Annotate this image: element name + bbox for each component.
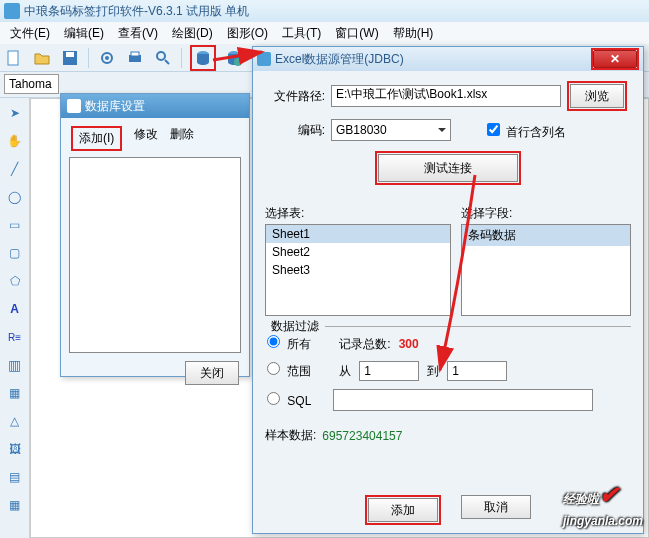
db-settings-dialog: 数据库设置 添加(I) 修改 删除 关闭 — [60, 93, 250, 377]
db-dialog-icon — [67, 99, 81, 113]
list-item[interactable]: 条码数据 — [462, 225, 630, 246]
test-connection-button[interactable]: 测试连接 — [378, 154, 518, 182]
field-listbox[interactable]: 条码数据 — [461, 224, 631, 316]
list-item[interactable]: Sheet2 — [266, 243, 450, 261]
gear-icon[interactable] — [97, 48, 117, 68]
add-button[interactable]: 添加 — [368, 498, 438, 522]
record-count-value: 300 — [399, 337, 419, 351]
record-count-label: 记录总数: — [339, 336, 390, 353]
excel-dialog-title: Excel数据源管理(JDBC) — [275, 51, 587, 68]
toolbar-separator — [181, 48, 182, 68]
pointer-tool-icon[interactable]: ➤ — [4, 102, 26, 124]
data-filter-group: 数据过滤 所有 记录总数: 300 范围 从 1 到 1 SQL — [265, 326, 631, 415]
from-label: 从 — [339, 363, 351, 380]
sample-value: 695723404157 — [322, 429, 402, 443]
excel-dialog-icon — [257, 52, 271, 66]
left-tool-palette: ➤ ✋ ╱ ◯ ▭ ▢ ⬠ A R≡ ▥ ▦ △ 🖼 ▤ ▦ — [0, 98, 30, 538]
database-refresh-icon[interactable] — [224, 48, 244, 68]
db-add-tab[interactable]: 添加(I) — [71, 126, 122, 151]
app-icon — [4, 3, 20, 19]
menu-file[interactable]: 文件(E) — [4, 23, 56, 44]
excel-dialog-title-bar[interactable]: Excel数据源管理(JDBC) ✕ — [253, 47, 643, 71]
barcode-tool-icon[interactable]: ▥ — [4, 354, 26, 376]
to-spinner[interactable]: 1 — [447, 361, 507, 381]
svg-rect-2 — [66, 52, 74, 57]
sheet-listbox[interactable]: Sheet1 Sheet2 Sheet3 — [265, 224, 451, 316]
qrcode-tool-icon[interactable]: ▦ — [4, 382, 26, 404]
select-field-label: 选择字段: — [461, 205, 631, 222]
svg-point-4 — [105, 56, 109, 60]
close-icon[interactable]: ✕ — [593, 50, 637, 68]
encoding-select[interactable]: GB18030 — [331, 119, 451, 141]
ellipse-tool-icon[interactable]: ◯ — [4, 186, 26, 208]
open-icon[interactable] — [32, 48, 52, 68]
browse-button[interactable]: 浏览 — [570, 84, 624, 108]
svg-line-8 — [165, 60, 169, 64]
cancel-button[interactable]: 取消 — [461, 495, 531, 519]
menu-window[interactable]: 窗口(W) — [329, 23, 384, 44]
line-tool-icon[interactable]: ╱ — [4, 158, 26, 180]
save-icon[interactable] — [60, 48, 80, 68]
db-dialog-title: 数据库设置 — [85, 98, 145, 115]
menu-view[interactable]: 查看(V) — [112, 23, 164, 44]
svg-rect-0 — [8, 51, 18, 65]
menu-tools[interactable]: 工具(T) — [276, 23, 327, 44]
db-close-button[interactable]: 关闭 — [185, 361, 239, 385]
database-icon[interactable] — [193, 48, 213, 68]
svg-point-7 — [157, 52, 165, 60]
list-item[interactable]: Sheet1 — [266, 225, 450, 243]
table-tool-icon[interactable]: ▦ — [4, 494, 26, 516]
select-table-label: 选择表: — [265, 205, 451, 222]
menu-edit[interactable]: 编辑(E) — [58, 23, 110, 44]
polygon-tool-icon[interactable]: ⬠ — [4, 270, 26, 292]
font-selector[interactable]: Tahoma — [4, 74, 59, 94]
new-doc-icon[interactable] — [4, 48, 24, 68]
excel-datasource-dialog: Excel数据源管理(JDBC) ✕ 文件路径: E:\中琅工作\测试\Book… — [252, 46, 644, 534]
richtext-tool-icon[interactable]: R≡ — [4, 326, 26, 348]
sql-input[interactable] — [333, 389, 593, 411]
hand-tool-icon[interactable]: ✋ — [4, 130, 26, 152]
from-spinner[interactable]: 1 — [359, 361, 419, 381]
radio-range[interactable]: 范围 — [267, 362, 311, 380]
first-row-checkbox[interactable]: 首行含列名 — [483, 120, 566, 141]
db-modify-tab[interactable]: 修改 — [134, 126, 158, 151]
print-icon[interactable] — [125, 48, 145, 68]
grid-tool-icon[interactable]: ▤ — [4, 466, 26, 488]
roundrect-tool-icon[interactable]: ▢ — [4, 242, 26, 264]
data-filter-title: 数据过滤 — [265, 318, 325, 335]
menu-bar: 文件(E) 编辑(E) 查看(V) 绘图(D) 图形(O) 工具(T) 窗口(W… — [0, 22, 649, 44]
zoom-icon[interactable] — [153, 48, 173, 68]
path-input[interactable]: E:\中琅工作\测试\Book1.xlsx — [331, 85, 561, 107]
svg-point-11 — [234, 58, 242, 66]
db-delete-tab[interactable]: 删除 — [170, 126, 194, 151]
encoding-label: 编码: — [265, 122, 325, 139]
rect-tool-icon[interactable]: ▭ — [4, 214, 26, 236]
list-item[interactable]: Sheet3 — [266, 261, 450, 279]
image-tool-icon[interactable]: 🖼 — [4, 438, 26, 460]
font-name: Tahoma — [9, 77, 52, 91]
db-connect-highlight — [190, 45, 216, 71]
app-title: 中琅条码标签打印软件-V6.3.1 试用版 单机 — [24, 3, 249, 20]
path-label: 文件路径: — [265, 88, 325, 105]
menu-shape[interactable]: 图形(O) — [221, 23, 274, 44]
toolbar-separator — [88, 48, 89, 68]
svg-rect-6 — [131, 52, 139, 56]
triangle-tool-icon[interactable]: △ — [4, 410, 26, 432]
db-dialog-title-bar[interactable]: 数据库设置 — [61, 94, 249, 118]
radio-sql[interactable]: SQL — [267, 392, 311, 408]
to-label: 到 — [427, 363, 439, 380]
app-title-bar: 中琅条码标签打印软件-V6.3.1 试用版 单机 — [0, 0, 649, 22]
db-list[interactable] — [69, 157, 241, 353]
watermark: 经验啦✔ jingyanla.com — [563, 481, 643, 530]
radio-all[interactable]: 所有 — [267, 335, 311, 353]
sample-label: 样本数据: — [265, 427, 316, 444]
menu-help[interactable]: 帮助(H) — [387, 23, 440, 44]
menu-draw[interactable]: 绘图(D) — [166, 23, 219, 44]
text-tool-icon[interactable]: A — [4, 298, 26, 320]
